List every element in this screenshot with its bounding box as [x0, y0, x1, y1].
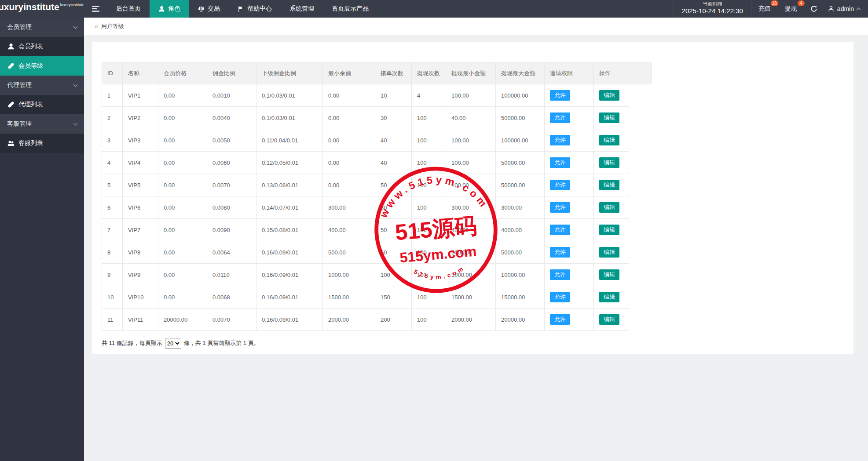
cell-withdraw-max: 20000.00	[496, 309, 545, 331]
cell-withdraw-times: 4	[412, 84, 446, 107]
flag-icon	[238, 6, 244, 12]
edit-button[interactable]: 编辑	[599, 90, 619, 101]
allow-button[interactable]: 允许	[550, 180, 570, 190]
cell-withdraw-times: 100	[412, 219, 446, 241]
edit-button[interactable]: 编辑	[599, 225, 619, 235]
sidebar-group-1[interactable]: 会员管理	[0, 18, 84, 37]
cell-withdraw-max: 10000.00	[496, 264, 545, 286]
scales-icon	[198, 6, 205, 12]
edit-button[interactable]: 编辑	[599, 292, 619, 302]
cell-id: 1	[102, 84, 123, 107]
cell-commission: 0.0068	[207, 286, 256, 309]
cell-min-balance: 2000.00	[323, 309, 375, 331]
cell-withdraw-times: 100	[412, 129, 446, 152]
user-icon	[828, 6, 834, 12]
cell-commission: 0.0080	[207, 196, 256, 219]
allow-button[interactable]: 允许	[550, 314, 570, 325]
allow-button[interactable]: 允许	[550, 247, 570, 258]
cell-name: VIP10	[123, 286, 158, 309]
nav-item-label: 后台首页	[116, 5, 141, 13]
edit-button[interactable]: 编辑	[599, 269, 619, 280]
sidebar-toggle-button[interactable]	[84, 0, 107, 18]
cell-withdraw-times: 100	[412, 241, 446, 264]
cell-actions: 编辑	[594, 309, 629, 331]
nav-item-2[interactable]: 角色	[150, 0, 189, 18]
edit-button[interactable]: 编辑	[599, 157, 619, 168]
column-header: 接单次数	[375, 62, 412, 84]
nav-item-3[interactable]: 交易	[189, 0, 229, 18]
cell-withdraw-times: 100	[412, 152, 446, 174]
page-size-select[interactable]: 20	[165, 338, 181, 348]
allow-button[interactable]: 允许	[550, 90, 570, 101]
cell-orders: 100	[375, 264, 412, 286]
cell-withdraw-times: 100	[412, 174, 446, 196]
cell-sub-commission: 0.1/0.03/0.01	[256, 107, 323, 129]
recharge-button[interactable]: 充值 16	[751, 0, 778, 18]
nav-item-1[interactable]: 后台首页	[107, 0, 150, 18]
sidebar-group-label: 客服管理	[7, 120, 32, 128]
sidebar-group-6[interactable]: 客服管理	[0, 114, 84, 134]
table-row: 7VIP70.000.00900.15/0.08/0.01400.0050100…	[102, 219, 652, 241]
cell-min-balance: 0.00	[323, 174, 375, 196]
withdraw-button[interactable]: 提现 4	[778, 0, 804, 18]
cell-min-balance: 0.00	[323, 107, 375, 129]
allow-button[interactable]: 允许	[550, 135, 570, 145]
nav-item-4[interactable]: 帮助中心	[229, 0, 281, 18]
allow-button[interactable]: 允许	[550, 157, 570, 168]
app-logo: uxuryinstitute luxuryinstitute	[0, 0, 84, 18]
time-label: 当前时间	[703, 1, 722, 7]
cell-orders: 200	[375, 309, 412, 331]
column-header: 名称	[123, 62, 158, 84]
edit-button[interactable]: 编辑	[599, 135, 619, 145]
sidebar-item-5[interactable]: 代理列表	[0, 95, 84, 114]
edit-button[interactable]: 编辑	[599, 180, 619, 190]
cell-withdraw-max: 50000.00	[496, 107, 545, 129]
table-wrap: ID名称会员价格佣金比例下级佣金比例最小余额接单次数提现次数提现最小金额提现最大…	[92, 42, 853, 331]
cell-commission: 0.0110	[207, 264, 256, 286]
cell-invite-permission: 允许	[545, 84, 594, 107]
cell-invite-permission: 允许	[545, 196, 594, 219]
cell-withdraw-min: 40.00	[446, 107, 496, 129]
edit-button[interactable]: 编辑	[599, 314, 619, 325]
cell-id: 4	[102, 152, 123, 174]
cell-id: 9	[102, 264, 123, 286]
cell-min-balance: 400.00	[323, 219, 375, 241]
current-time: 当前时间 2025-10-24 14:22:30	[674, 0, 751, 18]
cell-withdraw-times: 100	[412, 107, 446, 129]
nav-item-6[interactable]: 首页展示产品	[323, 0, 377, 18]
cell-commission: 0.0010	[207, 84, 256, 107]
withdraw-badge: 4	[798, 0, 805, 6]
cell-actions: 编辑	[594, 84, 629, 107]
recharge-label: 充值	[758, 5, 771, 13]
column-header: ID	[102, 62, 123, 84]
nav-item-5[interactable]: 系统管理	[281, 0, 323, 18]
allow-button[interactable]: 允许	[550, 292, 570, 302]
refresh-button[interactable]	[804, 0, 824, 18]
sidebar-group-4[interactable]: 代理管理	[0, 76, 84, 95]
cell-orders: 40	[375, 129, 412, 152]
table-row: 10VIP100.000.00680.16/0.09/0.011500.0015…	[102, 286, 652, 309]
cell-sub-commission: 0.14/0.07/0.01	[256, 196, 323, 219]
sidebar-item-3[interactable]: 会员等级	[0, 56, 84, 76]
edit-button[interactable]: 编辑	[599, 113, 619, 123]
cell-withdraw-times: 100	[412, 309, 446, 331]
cell-withdraw-times: 100	[412, 264, 446, 286]
column-header: 提现最大金额	[496, 62, 545, 84]
top-nav-menu: 后台首页角色交易帮助中心系统管理首页展示产品	[107, 0, 377, 18]
link-icon	[7, 101, 15, 108]
allow-button[interactable]: 允许	[550, 113, 570, 123]
cell-orders: 50	[375, 241, 412, 264]
sidebar-item-7[interactable]: 客服列表	[0, 134, 84, 153]
cell-invite-permission: 允许	[545, 264, 594, 286]
allow-button[interactable]: 允许	[550, 269, 570, 280]
sidebar-item-2[interactable]: 会员列表	[0, 37, 84, 56]
edit-button[interactable]: 编辑	[599, 247, 619, 258]
allow-button[interactable]: 允许	[550, 225, 570, 235]
cell-invite-permission: 允许	[545, 286, 594, 309]
cell-sub-commission: 0.16/0.09/0.01	[256, 241, 323, 264]
user-menu[interactable]: admin	[824, 0, 868, 18]
cell-invite-permission: 允许	[545, 129, 594, 152]
edit-button[interactable]: 编辑	[599, 202, 619, 213]
allow-button[interactable]: 允许	[550, 202, 570, 213]
table-row: 4VIP40.000.00600.12/0.05/0.010.004010010…	[102, 152, 652, 174]
